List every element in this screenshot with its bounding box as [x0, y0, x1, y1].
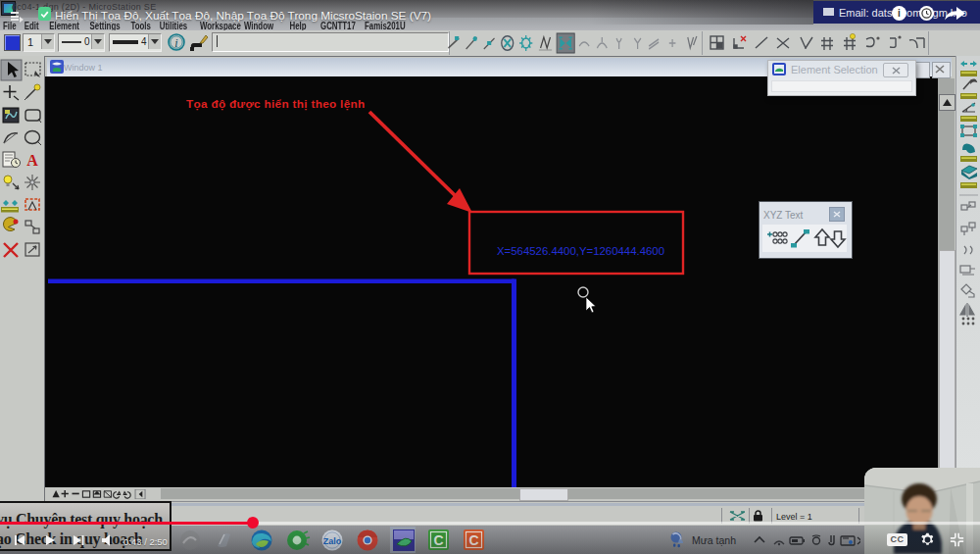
svg-text:i: i [174, 36, 177, 50]
svg-text:Tọa độ được hiển thị theo lệnh: Tọa độ được hiển thị theo lệnh [186, 97, 366, 111]
svg-text:X=564526.4400,Y=1260444.4600: X=564526.4400,Y=1260444.4600 [497, 245, 664, 257]
svg-text:A: A [26, 152, 38, 169]
